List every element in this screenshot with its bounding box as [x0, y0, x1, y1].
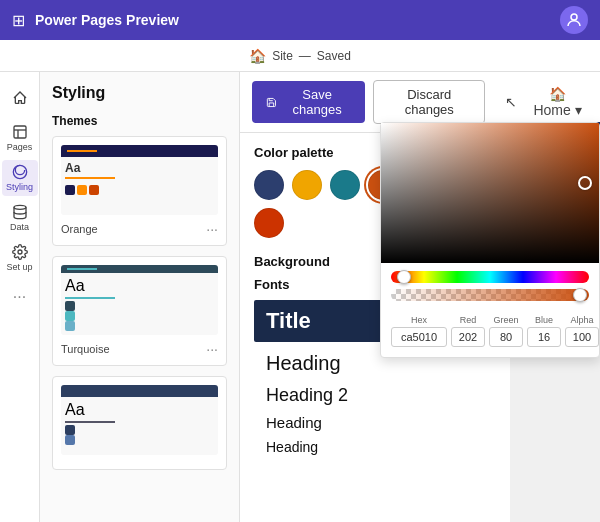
green-label: Green	[489, 315, 523, 325]
blue-group: Blue	[527, 315, 561, 347]
color-gradient-area[interactable]	[381, 123, 599, 263]
site-label: Site	[272, 49, 293, 63]
styling-panel-title: Styling	[52, 84, 227, 102]
red-group: Red	[451, 315, 485, 347]
gradient-bg	[381, 123, 599, 263]
app-title: Power Pages Preview	[35, 12, 550, 28]
turquoise-preview: Aa	[61, 265, 218, 335]
sidebar-item-styling[interactable]: Styling	[2, 160, 38, 196]
home-icon: 🏠	[249, 48, 266, 64]
font-heading4-label: Heading	[266, 439, 318, 455]
red-label: Red	[451, 315, 485, 325]
color-picker-popup: Hex Red Green Blue Alpha	[380, 122, 600, 358]
green-input[interactable]	[489, 327, 523, 347]
orange-preview: Aa	[61, 145, 218, 215]
theme-card-bluegray[interactable]: Aa	[52, 376, 227, 470]
save-changes-button[interactable]: Save changes	[252, 81, 365, 123]
more-icon[interactable]: ···	[13, 288, 26, 306]
color-swatch-1[interactable]	[254, 170, 284, 200]
red-input[interactable]	[451, 327, 485, 347]
color-swatch-9[interactable]	[254, 208, 284, 238]
alpha-label: Alpha	[565, 315, 599, 325]
separator: —	[299, 49, 311, 63]
discard-label: Discard changes	[405, 87, 454, 117]
saved-status: Saved	[317, 49, 351, 63]
icon-sidebar: Pages Styling Data Set up ···	[0, 72, 40, 522]
home-breadcrumb-icon[interactable]: 🏠 Home ▾	[527, 82, 588, 122]
discard-changes-button[interactable]: Discard changes	[373, 80, 485, 124]
second-bar: 🏠 Site — Saved	[0, 40, 600, 72]
alpha-group: Alpha	[565, 315, 599, 347]
theme-card-turquoise[interactable]: Aa Turquoise ···	[52, 256, 227, 366]
styling-panel: Styling Themes Aa Orange	[40, 72, 240, 522]
breadcrumb-home-label: Home	[533, 102, 570, 118]
toolbar-icons: ↖ 🏠 Home ▾	[501, 82, 588, 122]
font-title-label: Title	[266, 308, 311, 333]
turquoise-theme-label: Turquoise	[61, 343, 110, 355]
orange-theme-menu[interactable]: ···	[206, 221, 218, 237]
sidebar-item-setup[interactable]: Set up	[2, 240, 38, 276]
hex-label: Hex	[391, 315, 447, 325]
styling-label: Styling	[6, 182, 33, 192]
data-label: Data	[10, 222, 29, 232]
preview-aa-t: Aa	[65, 277, 214, 295]
avatar[interactable]	[560, 6, 588, 34]
svg-rect-1	[14, 126, 26, 138]
blue-input[interactable]	[527, 327, 561, 347]
top-bar: ⊞ Power Pages Preview	[0, 0, 600, 40]
color-values-row: Hex Red Green Blue Alpha	[381, 311, 599, 357]
preview-aa-b: Aa	[65, 401, 214, 419]
grid-icon[interactable]: ⊞	[12, 11, 25, 30]
sidebar-item-pages[interactable]: Pages	[2, 120, 38, 156]
svg-point-0	[571, 14, 577, 20]
color-swatch-2[interactable]	[292, 170, 322, 200]
slider-container	[381, 263, 599, 311]
sidebar-item-home[interactable]	[2, 80, 38, 116]
font-heading-label: Heading	[266, 352, 341, 374]
gradient-dark	[381, 123, 599, 263]
preview-aa: Aa	[65, 161, 214, 175]
svg-point-6	[18, 250, 22, 254]
themes-title: Themes	[52, 114, 227, 128]
color-swatch-3[interactable]	[330, 170, 360, 200]
setup-label: Set up	[6, 262, 32, 272]
sidebar-item-data[interactable]: Data	[2, 200, 38, 236]
hue-slider[interactable]	[391, 271, 589, 283]
hex-group: Hex	[391, 315, 447, 347]
hex-input[interactable]	[391, 327, 447, 347]
bluegray-preview: Aa	[61, 385, 218, 455]
main-layout: Pages Styling Data Set up ··· Styling Th…	[0, 72, 600, 522]
save-label: Save changes	[283, 87, 352, 117]
turquoise-theme-menu[interactable]: ···	[206, 341, 218, 357]
hue-thumb[interactable]	[397, 270, 411, 284]
save-icon	[266, 96, 277, 109]
green-group: Green	[489, 315, 523, 347]
main-content: Save changes Discard changes ↖ 🏠 Home ▾ …	[240, 72, 600, 522]
svg-point-5	[14, 205, 26, 209]
theme-card-orange[interactable]: Aa Orange ···	[52, 136, 227, 246]
font-heading2-label: Heading 2	[266, 385, 348, 405]
alpha-input[interactable]	[565, 327, 599, 347]
font-heading3-label: Heading	[266, 414, 322, 431]
pages-label: Pages	[7, 142, 33, 152]
alpha-thumb[interactable]	[573, 288, 587, 302]
chevron-down-icon: ▾	[575, 102, 582, 118]
arrow-icon[interactable]: ↖	[501, 90, 521, 114]
alpha-slider[interactable]	[391, 289, 589, 301]
color-picker-handle[interactable]	[578, 176, 592, 190]
orange-theme-label: Orange	[61, 223, 98, 235]
blue-label: Blue	[527, 315, 561, 325]
